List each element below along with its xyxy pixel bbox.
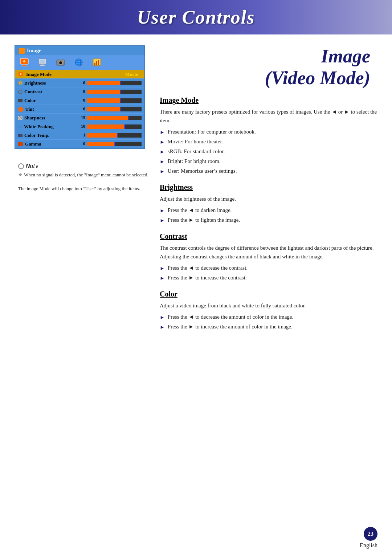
page-number-badge: 23 [364,527,377,541]
brightness-icon: ✿ [18,80,23,86]
bullet-arrow-0: ► [160,128,165,136]
svg-rect-5 [40,60,45,63]
bullet-contrast-decrease: ► Press the ◄ to decrease the contrast. [160,264,377,272]
page-subtitle: Image (Video Mode) [160,45,377,89]
note-label: Note [18,163,149,169]
menu-row-white-peaking: ▲ White Peaking 10 [15,122,144,131]
subtitle-title: Image (Video Mode) [160,45,370,89]
menu-row-contrast: Contrast 0 [15,87,144,96]
bullet-arrow-2: ► [160,148,165,156]
gamma-bar [87,142,142,146]
footer: 23 English [360,527,377,549]
page-title: User Controls [137,7,255,28]
bullet-brightness-darken: ► Press the ◄ to darken image. [160,206,377,214]
svg-rect-19 [94,63,95,65]
white-peaking-bar [87,124,142,129]
color-temp-bar [87,133,142,138]
language-label: English [360,542,377,549]
image-mode-icon [18,72,23,77]
section-body-brightness: Adjust the brightness of the image. [160,195,377,203]
color-bar [87,98,142,103]
sharpness-bar [87,116,142,120]
svg-rect-7 [40,65,45,66]
menu-row-color: Color 0 [15,96,144,105]
tint-bar [87,107,142,111]
bullet-arrow-col0: ► [160,314,165,321]
section-image-mode: Image Mode There are many factory preset… [160,96,377,175]
color-temp-icon [18,134,23,137]
gamma-icon [18,142,23,146]
menu-panel: Image [15,45,145,149]
bullet-contrast-increase: ► Press the ► to increase the contrast. [160,274,377,282]
image-mode-value: Movie [125,71,138,77]
note-text-2: The image Mode will change into “User” b… [18,185,149,192]
menu-row-gamma: Gamma 0 [15,140,144,148]
bullet-movie: ► Movie: For home theater. [160,138,377,146]
image-mode-label: Image Mode [26,71,52,77]
menu-row-image-mode: Image Mode Movie [15,70,144,79]
section-body-color: Adjust a video image from black and whit… [160,301,377,310]
bullet-brightness-lighten: ► Press the ► to lighten the image. [160,216,377,224]
menu-panel-title: Image [15,46,144,55]
header-bar: User Controls [0,0,392,34]
color-icon [18,99,23,102]
svg-rect-1 [23,65,26,66]
bullet-arrow-col1: ► [160,323,165,331]
bullet-arrow-b1: ► [160,217,165,224]
section-body-image-mode: There are many factory presets optimized… [160,107,377,125]
bullet-color-decrease: ► Press the ◄ to decrease the amount of … [160,313,377,321]
svg-rect-20 [96,61,97,65]
bullet-user: ► User: Memorize user’s settings. [160,167,377,175]
svg-rect-2 [22,66,27,66]
section-title-contrast: Contrast [160,232,377,241]
svg-point-3 [23,60,25,62]
svg-rect-6 [41,64,44,65]
sharpness-icon [18,116,23,120]
bullet-arrow-b0: ► [160,207,165,214]
bullet-presentation: ► Presentation: For computer or notebook… [160,128,377,136]
section-title-image-mode: Image Mode [160,96,377,105]
bullet-arrow-c1: ► [160,274,165,282]
section-contrast: Contrast The contrast controls the degre… [160,232,377,282]
white-peaking-icon: ▲ [18,124,22,129]
svg-rect-11 [59,59,61,60]
bullet-color-increase: ► Press the ► to increase the amount of … [160,323,377,331]
section-brightness: Brightness Adjust the brightness of the … [160,183,377,224]
white-peaking-label: White Peaking [24,124,54,130]
left-column: Image [15,45,152,339]
tint-icon: ⬤ [18,106,24,112]
brightness-bar [87,81,142,85]
svg-point-10 [60,62,62,64]
menu-row-brightness: ✿ Brightness 0 [15,79,144,87]
note-text-1: ❖When no signal is detected, the "Image"… [18,171,149,179]
contrast-icon [18,90,23,94]
section-body-contrast: The contrast controls the degree of diff… [160,244,377,261]
menu-icon-display [19,57,30,68]
panel-icon [19,48,25,54]
menu-row-tint: ⬤ Tint 0 [15,105,144,114]
svg-point-12 [63,61,64,62]
menu-icon-globe [73,57,84,68]
menu-panel-label: Image [27,48,41,54]
bullet-arrow-1: ► [160,138,165,146]
svg-point-24 [20,73,22,75]
section-title-color: Color [160,290,377,298]
bullet-arrow-4: ► [160,168,165,175]
svg-rect-21 [98,60,99,65]
section-title-brightness: Brightness [160,183,377,192]
menu-icons-row [15,55,144,70]
menu-icon-computer [37,57,48,68]
menu-icon-camera [55,57,66,68]
right-column: Image (Video Mode) Image Mode There are … [160,45,377,339]
contrast-bar [87,90,142,94]
bullet-srgb: ► sRGB: For standard color. [160,147,377,156]
note-box: Note ❖When no signal is detected, the "I… [15,160,152,195]
bullet-arrow-c0: ► [160,265,165,272]
section-color: Color Adjust a video image from black an… [160,290,377,331]
bullet-arrow-3: ► [160,158,165,165]
content-area: Image [0,34,392,350]
menu-row-sharpness: Sharpness 15 [15,114,144,122]
sharpness-label: Sharpness [24,115,45,121]
menu-icon-chart [91,57,102,68]
menu-row-color-temp: Color Temp. 1 [15,131,144,140]
